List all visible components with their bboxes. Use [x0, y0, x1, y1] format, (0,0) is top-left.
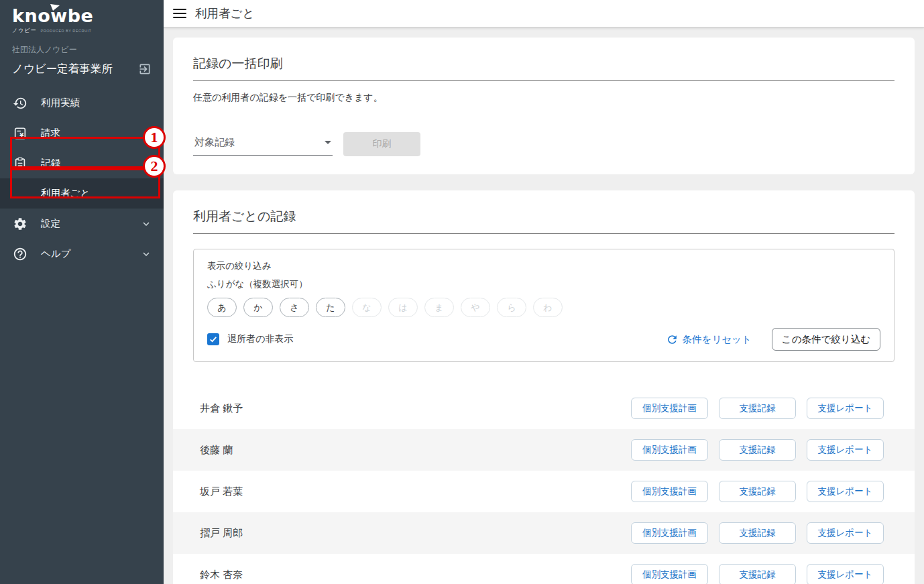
kana-button-a[interactable]: あ: [207, 298, 237, 317]
support-record-button[interactable]: 支援記録: [719, 481, 796, 502]
hide-withdrawn-checkbox[interactable]: [207, 333, 219, 345]
user-row: 鈴木 杏奈 個別支援計画 支援記録 支援レポート: [173, 554, 915, 584]
support-report-button[interactable]: 支援レポート: [807, 398, 884, 419]
reset-filters-link[interactable]: 条件をリセット: [666, 333, 752, 346]
user-name: 鈴木 杏奈: [200, 569, 243, 581]
caret-down-icon: [325, 141, 331, 144]
annotation-number: 2: [151, 158, 158, 175]
brand-kana: ノウビー: [12, 27, 37, 34]
exit-icon[interactable]: [138, 62, 152, 76]
support-record-button[interactable]: 支援記録: [719, 522, 796, 544]
sidebar-item-label: 記録: [41, 157, 60, 170]
brand-wordmark: knowbe: [12, 7, 93, 25]
individual-support-plan-button[interactable]: 個別支援計画: [631, 398, 708, 419]
batch-print-title: 記録の一括印刷: [193, 55, 894, 81]
user-list: 井倉 鍬予 個別支援計画 支援記録 支援レポート 後藤 蘭 個別支援計画 支援記…: [173, 388, 915, 584]
gear-icon: [12, 216, 28, 232]
annotation-step-2: 2: [143, 155, 166, 178]
sidebar-item-label: 利用実績: [41, 97, 80, 109]
kana-button-ya: や: [461, 298, 490, 317]
row-actions: 個別支援計画 支援記録 支援レポート: [631, 564, 884, 584]
individual-support-plan-button[interactable]: 個別支援計画: [631, 564, 708, 584]
per-user-records-card: 利用者ごとの記録 表示の絞り込み ふりがな（複数選択可） あ か さ た な は…: [173, 190, 915, 584]
main-area: 利用者ごと 記録の一括印刷 任意の利用者の記録を一括で印刷できます。 対象記録 …: [164, 0, 924, 584]
brand-logo: knowbe ノウビー PRODUCED BY RECRUIT: [0, 0, 164, 34]
chevron-down-icon: [141, 249, 152, 259]
kana-button-sa[interactable]: さ: [280, 298, 309, 317]
support-record-button[interactable]: 支援記録: [719, 398, 796, 419]
sidebar-menu: 利用実績 ¥ 請求 記録 利用者ごと: [0, 88, 164, 269]
support-record-button[interactable]: 支援記録: [719, 439, 796, 461]
kana-button-ta[interactable]: た: [316, 298, 345, 317]
individual-support-plan-button[interactable]: 個別支援計画: [631, 439, 708, 461]
sidebar-item-label: ヘルプ: [41, 247, 71, 260]
individual-support-plan-button[interactable]: 個別支援計画: [631, 481, 708, 502]
chevron-down-icon: [141, 219, 152, 229]
brand-subtitle: ノウビー PRODUCED BY RECRUIT: [12, 27, 152, 34]
sidebar-item-settings[interactable]: 設定: [0, 209, 164, 239]
user-row: 摺戸 周郎 個別支援計画 支援記録 支援レポート: [173, 512, 915, 554]
org-name: 社団法人ノウビー: [12, 44, 152, 56]
row-actions: 個別支援計画 支援記録 支援レポート: [631, 398, 884, 419]
annotation-step-1: 1: [143, 126, 166, 149]
kana-filter-label: ふりがな（複数選択可）: [207, 278, 880, 290]
annotation-number: 1: [151, 129, 158, 146]
support-report-button[interactable]: 支援レポート: [807, 481, 884, 502]
batch-print-controls: 対象記録 印刷: [193, 132, 894, 156]
row-actions: 個別支援計画 支援記録 支援レポート: [631, 481, 884, 502]
kana-button-ha: は: [388, 298, 418, 317]
record-icon: [12, 156, 28, 172]
sidebar-item-label: 利用者ごと: [41, 187, 90, 200]
target-record-select-value: 対象記録: [194, 136, 235, 149]
sidebar-item-billing[interactable]: ¥ 請求: [0, 118, 164, 148]
user-name: 坂戸 若葉: [200, 485, 243, 498]
support-record-button[interactable]: 支援記録: [719, 564, 796, 584]
user-name: 井倉 鍬予: [200, 402, 243, 415]
support-report-button[interactable]: 支援レポート: [807, 439, 884, 461]
support-report-button[interactable]: 支援レポート: [807, 522, 884, 544]
filter-actions-row: 退所者の非表示 条件をリセット この条件で絞り込む: [207, 328, 880, 351]
page-title: 利用者ごと: [195, 5, 254, 21]
kana-button-ra: ら: [497, 298, 526, 317]
kana-filter-row: あ か さ た な は ま や ら わ: [207, 298, 880, 317]
sidebar-item-records[interactable]: 記録: [0, 148, 164, 178]
kana-button-na: な: [352, 298, 382, 317]
support-report-button[interactable]: 支援レポート: [807, 564, 884, 584]
user-row: 井倉 鍬予 個別支援計画 支援記録 支援レポート: [173, 388, 915, 429]
filter-box: 表示の絞り込み ふりがな（複数選択可） あ か さ た な は ま や ら わ: [193, 249, 894, 362]
kana-button-ma: ま: [424, 298, 454, 317]
office-name: ノウビー定着事業所: [12, 62, 113, 76]
office-row: ノウビー定着事業所: [12, 62, 152, 76]
batch-print-description: 任意の利用者の記録を一括で印刷できます。: [193, 92, 894, 104]
print-button[interactable]: 印刷: [343, 132, 420, 156]
user-name: 摺戸 周郎: [200, 527, 243, 540]
hide-withdrawn-label: 退所者の非表示: [227, 333, 293, 345]
kana-button-ka[interactable]: か: [243, 298, 273, 317]
app-root: knowbe ノウビー PRODUCED BY RECRUIT 社団法人ノウビー…: [0, 0, 924, 584]
invoice-icon: ¥: [12, 125, 28, 141]
sidebar: knowbe ノウビー PRODUCED BY RECRUIT 社団法人ノウビー…: [0, 0, 164, 584]
batch-print-card: 記録の一括印刷 任意の利用者の記録を一括で印刷できます。 対象記録 印刷: [173, 38, 915, 174]
brand-flag-icon: [50, 3, 60, 11]
target-record-select[interactable]: 対象記録: [193, 133, 333, 156]
brand-produced-by: PRODUCED BY RECRUIT: [41, 29, 92, 33]
help-icon: [12, 246, 28, 262]
sidebar-item-label: 設定: [41, 217, 60, 230]
per-user-records-title: 利用者ごとの記録: [193, 208, 894, 234]
row-actions: 個別支援計画 支援記録 支援レポート: [631, 522, 884, 544]
sidebar-item-label: 請求: [41, 127, 60, 139]
user-row: 坂戸 若葉 個別支援計画 支援記録 支援レポート: [173, 471, 915, 512]
sidebar-item-help[interactable]: ヘルプ: [0, 239, 164, 269]
hamburger-menu-icon[interactable]: [173, 9, 186, 19]
topbar: 利用者ごと: [164, 0, 924, 27]
reset-filters-label: 条件をリセット: [683, 333, 752, 346]
filter-heading: 表示の絞り込み: [207, 260, 880, 272]
individual-support-plan-button[interactable]: 個別支援計画: [631, 522, 708, 544]
kana-button-wa: わ: [533, 298, 563, 317]
apply-filters-button[interactable]: この条件で絞り込む: [772, 328, 880, 351]
sidebar-item-per-user[interactable]: 利用者ごと: [0, 178, 164, 209]
user-row: 後藤 蘭 個別支援計画 支援記録 支援レポート: [173, 429, 915, 471]
history-icon: [12, 95, 28, 111]
sidebar-item-usage-results[interactable]: 利用実績: [0, 88, 164, 118]
refresh-icon: [666, 333, 679, 346]
